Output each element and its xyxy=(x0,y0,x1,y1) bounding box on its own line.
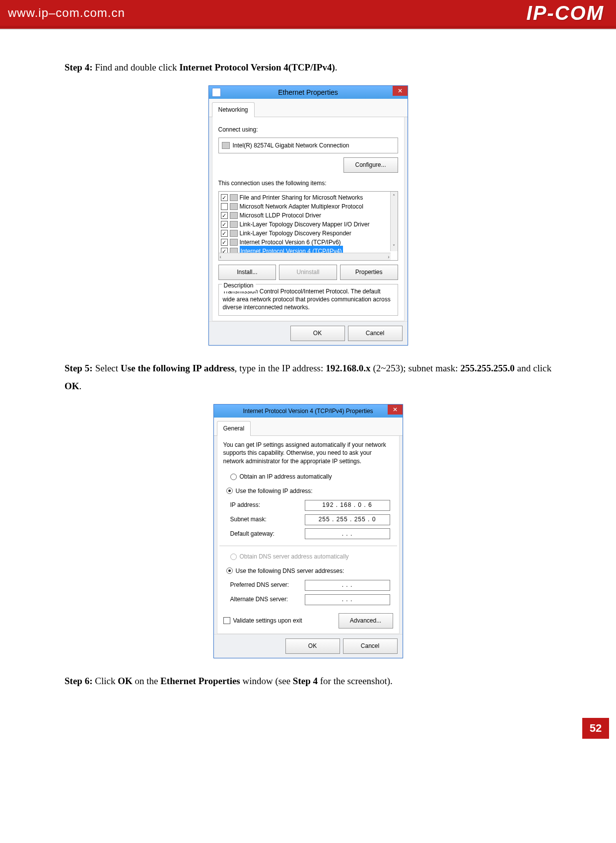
advanced-button-label: Advanced... xyxy=(350,617,381,624)
gateway-input[interactable]: . . . xyxy=(305,528,390,539)
protocol-icon xyxy=(230,230,238,237)
dns1-row: Preferred DNS server: . . . xyxy=(230,579,393,591)
items-listbox[interactable]: ✓File and Printer Sharing for Microsoft … xyxy=(218,191,398,261)
t: OK xyxy=(118,676,133,686)
ok-button-1[interactable]: OK xyxy=(290,326,345,341)
dialog-footer-2: OK Cancel xyxy=(214,634,403,658)
validate-checkbox[interactable]: Validate settings upon exit xyxy=(223,615,302,627)
cancel-button-1[interactable]: Cancel xyxy=(348,326,403,341)
ip-address-row: IP address: 192 . 168 . 0 . 6 xyxy=(230,499,393,511)
t: window (see xyxy=(240,676,293,686)
t: Select xyxy=(93,363,121,373)
step-4-prefix: Step 4: xyxy=(65,62,92,72)
tab-general[interactable]: General xyxy=(217,421,251,436)
dns2-input[interactable]: . . . xyxy=(305,594,390,605)
connect-using-label: Connect using: xyxy=(218,124,398,136)
t: 192.168.0.x xyxy=(326,363,370,373)
ip-address-input[interactable]: 192 . 168 . 0 . 6 xyxy=(305,500,390,511)
t: Step 4 xyxy=(293,676,318,686)
install-button[interactable]: Install... xyxy=(218,265,276,280)
subnet-mask-input[interactable]: 255 . 255 . 255 . 0 xyxy=(305,514,390,525)
tab-networking[interactable]: Networking xyxy=(212,102,255,117)
brand-logo: IP-COM xyxy=(527,2,604,24)
configure-button-label: Configure... xyxy=(355,161,386,168)
gw-value: . . . xyxy=(342,528,353,540)
step-5-text: Step 5: Select Use the following IP addr… xyxy=(65,359,551,395)
screenshot-1: Ethernet Properties ✕ Networking Connect… xyxy=(65,85,551,346)
cancel-button-label: Cancel xyxy=(361,642,379,649)
radio-use-dns[interactable]: Use the following DNS server addresses: xyxy=(226,565,393,577)
adapter-icon xyxy=(222,142,230,149)
radio-label: Obtain an IP address automatically xyxy=(240,471,332,483)
close-button-2[interactable]: ✕ xyxy=(388,405,403,415)
window-title-1: Ethernet Properties xyxy=(278,86,338,99)
scrollbar-horizontal[interactable]: ‹› xyxy=(219,253,391,260)
step-4-text: Step 4: Find and double click Internet P… xyxy=(65,59,551,76)
close-icon: ✕ xyxy=(393,404,398,416)
cancel-button-label: Cancel xyxy=(366,330,384,337)
properties-button[interactable]: Properties xyxy=(340,265,398,280)
radio-icon xyxy=(226,567,233,574)
cancel-button-2[interactable]: Cancel xyxy=(343,638,398,654)
ok-button-label: OK xyxy=(313,330,322,337)
dns1-input[interactable]: . . . xyxy=(305,580,390,591)
tab-strip-2: General xyxy=(214,418,403,436)
dns1-value: . . . xyxy=(342,579,353,591)
checkbox-icon xyxy=(223,617,230,624)
scroll-left-icon: ‹ xyxy=(220,252,221,262)
protocol-icon xyxy=(230,203,238,210)
checkbox-icon[interactable]: ✓ xyxy=(221,194,228,201)
divider xyxy=(219,546,397,546)
install-button-label: Install... xyxy=(237,269,257,276)
panel-body-2: You can get IP settings assigned automat… xyxy=(217,436,400,634)
adapter-text: Intel(R) 82574L Gigabit Network Connecti… xyxy=(233,140,349,151)
checkbox-icon[interactable] xyxy=(221,203,228,210)
ip-value: 192 . 168 . 0 . 6 xyxy=(322,499,372,511)
subnet-row: Subnet mask: 255 . 255 . 255 . 0 xyxy=(230,514,393,525)
step-5-prefix: Step 5: xyxy=(65,363,93,373)
ethernet-properties-window: Ethernet Properties ✕ Networking Connect… xyxy=(208,85,408,346)
ok-button-2[interactable]: OK xyxy=(285,638,340,654)
t: Ethernet Properties xyxy=(160,676,240,686)
t: 255.255.255.0 xyxy=(461,363,515,373)
t: (2~253); subnet mask: xyxy=(370,363,460,373)
uninstall-button: Uninstall xyxy=(279,265,337,280)
close-button-1[interactable]: ✕ xyxy=(393,86,408,96)
dns1-label: Preferred DNS server: xyxy=(230,579,305,591)
scroll-up-icon: ˄ xyxy=(393,192,395,201)
checkbox-icon[interactable]: ✓ xyxy=(221,212,228,219)
step-6-prefix: Step 6: xyxy=(65,676,92,686)
configure-row: Configure... xyxy=(218,157,398,173)
t: and click xyxy=(515,363,551,373)
t: OK xyxy=(65,381,79,391)
step-4-bold: Internet Protocol Version 4(TCP/IPv4) xyxy=(179,62,335,72)
t: on the xyxy=(133,676,160,686)
description-title: Description xyxy=(222,280,256,291)
t: . xyxy=(79,381,82,391)
step-4-mid: Find and double click xyxy=(92,62,179,72)
step-6-text: Step 6: Click OK on the Ethernet Propert… xyxy=(65,672,551,690)
protocol-icon xyxy=(230,212,238,219)
advanced-button[interactable]: Advanced... xyxy=(339,613,393,629)
checkbox-icon[interactable]: ✓ xyxy=(221,221,228,228)
scrollbar-vertical[interactable]: ˄˅ xyxy=(390,192,398,251)
titlebar-1: Ethernet Properties ✕ xyxy=(209,86,408,99)
adapter-field[interactable]: Intel(R) 82574L Gigabit Network Connecti… xyxy=(218,138,398,154)
mask-value: 255 . 255 . 255 . 0 xyxy=(319,514,376,525)
ipv4-intro: You can get IP settings assigned automat… xyxy=(223,441,393,465)
uninstall-button-label: Uninstall xyxy=(296,269,319,276)
radio-label: Use the following IP address: xyxy=(236,486,313,497)
radio-icon xyxy=(226,488,233,494)
checkbox-icon[interactable]: ✓ xyxy=(221,239,228,246)
tab-strip-1: Networking xyxy=(209,99,408,117)
configure-button[interactable]: Configure... xyxy=(343,157,398,173)
panel-body-1: Connect using: Intel(R) 82574L Gigabit N… xyxy=(212,117,405,322)
checkbox-icon[interactable]: ✓ xyxy=(221,230,228,237)
radio-auto-ip[interactable]: Obtain an IP address automatically xyxy=(230,471,393,483)
header-url: www.ip–com.com.cn xyxy=(8,6,125,20)
list-buttons-row: Install... Uninstall Properties xyxy=(218,265,398,280)
dns2-row: Alternate DNS server: . . . xyxy=(230,594,393,605)
scroll-down-icon: ˅ xyxy=(393,242,395,251)
radio-use-ip[interactable]: Use the following IP address: xyxy=(226,486,393,497)
window-icon xyxy=(212,88,221,97)
